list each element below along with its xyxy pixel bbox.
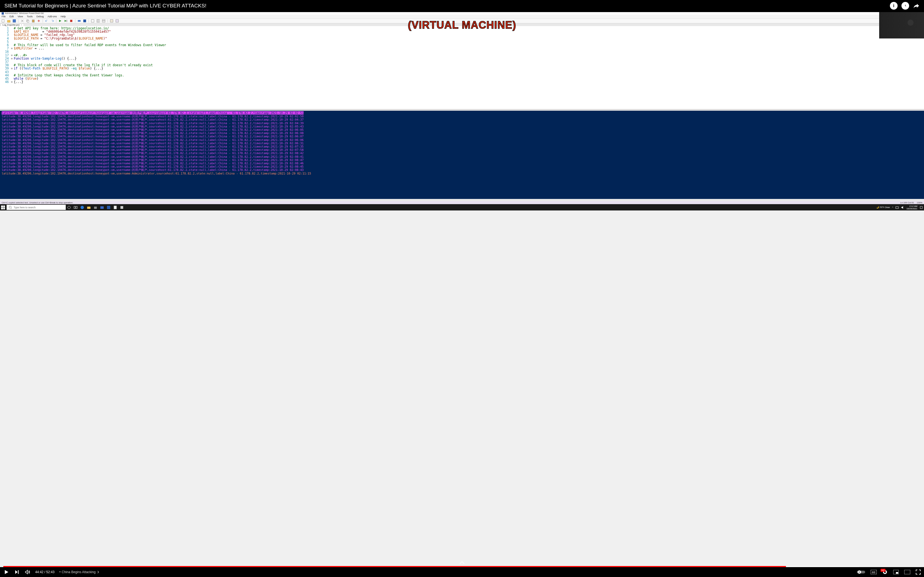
svg-rect-17 [116, 19, 118, 22]
redo-icon[interactable] [51, 19, 54, 23]
time-display: 44:42 / 52:43 [35, 570, 55, 574]
cut-icon[interactable] [21, 19, 24, 23]
caption-overlay: (VIRTUAL MACHINE) [408, 19, 516, 31]
theater-button[interactable] [904, 570, 910, 574]
toolbar-separator [56, 19, 57, 23]
tray-chevron-icon[interactable]: ^ [892, 206, 893, 208]
watch-later-button[interactable] [901, 2, 909, 10]
svg-rect-6 [32, 20, 34, 22]
app-icon[interactable] [118, 205, 125, 210]
network-icon[interactable] [895, 206, 899, 209]
edge-icon[interactable] [79, 205, 86, 210]
svg-rect-11 [91, 19, 94, 22]
menu-view[interactable]: View [18, 15, 23, 18]
show-command-addon-icon[interactable] [115, 19, 119, 23]
tab-label: Log_Exporter.ps1 [2, 24, 20, 26]
volume-icon[interactable] [901, 206, 904, 209]
start-button[interactable] [1, 206, 5, 210]
svg-rect-21 [74, 206, 75, 208]
new-remote-icon[interactable] [78, 19, 81, 23]
search-box[interactable]: Type here to search [6, 205, 66, 210]
cortana-icon[interactable] [66, 205, 72, 210]
captions-button[interactable]: CC [871, 570, 877, 574]
open-icon[interactable] [7, 19, 10, 23]
task-view-icon[interactable] [72, 205, 79, 210]
status-message: Ctrl+C copied selected text. Unselect or… [2, 201, 900, 204]
clear-icon[interactable] [37, 19, 40, 23]
undo-icon[interactable] [45, 19, 48, 23]
script-editor[interactable]: 1 2 3 4 5 6 7 16 17 24 37 38 39 43 44 45… [0, 26, 924, 110]
tab-close-icon[interactable]: × [21, 24, 22, 26]
run-icon[interactable] [58, 19, 62, 23]
show-script-max-icon[interactable] [102, 19, 105, 23]
code-body[interactable]: # Get API key from here: https://ipgeolo… [13, 26, 924, 109]
notepad-icon[interactable] [112, 205, 118, 210]
svg-rect-2 [7, 20, 10, 22]
video-title: SIEM Tutorial for Beginners | Azure Sent… [5, 3, 890, 9]
status-zoom: 130% [917, 201, 922, 204]
next-button[interactable] [14, 569, 20, 575]
show-command-icon[interactable] [110, 19, 113, 23]
progress-buffered [786, 566, 859, 567]
new-icon[interactable] [2, 19, 5, 23]
paste-icon[interactable] [32, 19, 35, 23]
notifications-icon[interactable] [919, 206, 923, 209]
svg-rect-9 [78, 20, 81, 22]
video-title-bar: SIEM Tutorial for Beginners | Azure Sent… [0, 0, 924, 11]
svg-rect-29 [120, 206, 123, 209]
svg-rect-26 [100, 206, 104, 209]
autoplay-toggle[interactable] [857, 570, 865, 574]
menu-debug[interactable]: Debug [36, 15, 44, 18]
toolbar-separator [89, 19, 89, 23]
powershell-taskbar-icon[interactable] [105, 205, 112, 210]
ise-window-titlebar: Administrator: Windows PowerShell ISE [0, 12, 924, 15]
script-tab[interactable]: Log_Exporter.ps1 × [0, 23, 24, 26]
weather-widget[interactable]: 🌙 75°F Clear [876, 206, 890, 208]
stop-icon[interactable] [69, 19, 73, 23]
svg-rect-12 [97, 19, 98, 22]
info-button[interactable]: i [890, 2, 898, 10]
progress-fill [3, 566, 786, 567]
svg-rect-31 [920, 206, 922, 208]
mail-icon[interactable] [99, 205, 105, 210]
menu-addons[interactable]: Add-ons [48, 15, 57, 18]
svg-rect-5 [27, 20, 29, 22]
menu-edit[interactable]: Edit [10, 15, 14, 18]
chapter-display[interactable]: • China Begins Attacking [60, 570, 100, 574]
copy-icon[interactable] [26, 19, 29, 23]
menu-file[interactable]: File [2, 15, 6, 18]
svg-rect-14 [102, 19, 105, 21]
settings-button[interactable]: HD [882, 569, 888, 575]
svg-rect-37 [896, 572, 898, 574]
system-tray: 🌙 75°F Clear ^ 2:12 AM 10/29/2021 [876, 205, 923, 210]
menu-help[interactable]: Help [60, 15, 66, 18]
store-icon[interactable] [92, 205, 99, 210]
chapter-toggle-icon[interactable] [459, 561, 465, 564]
powershell-icon [2, 12, 4, 15]
play-button[interactable] [3, 569, 9, 575]
start-powershell-icon[interactable] [83, 19, 86, 23]
save-icon[interactable] [13, 19, 16, 23]
svg-rect-16 [110, 19, 113, 22]
fullscreen-button[interactable] [916, 570, 921, 575]
svg-rect-38 [904, 570, 910, 574]
svg-rect-8 [70, 20, 72, 22]
run-selection-icon[interactable] [64, 19, 67, 23]
console-scrollbar[interactable] [0, 199, 924, 201]
svg-rect-10 [83, 19, 86, 22]
fold-column: ⊞⊞⊞ ⊞⊞ [10, 26, 13, 109]
svg-point-20 [68, 206, 70, 209]
share-button[interactable] [913, 2, 919, 9]
console-output[interactable]: latitude:38.49290,longitude:102.19476,de… [0, 111, 924, 199]
show-script-icon[interactable] [91, 19, 94, 23]
svg-point-23 [81, 206, 84, 209]
youtube-player: SIEM Tutorial for Beginners | Azure Sent… [0, 0, 924, 577]
explorer-icon[interactable] [86, 205, 92, 210]
clock[interactable]: 2:12 AM 10/29/2021 [906, 205, 918, 210]
presenter-webcam [879, 12, 924, 39]
progress-bar[interactable] [3, 566, 921, 567]
mute-button[interactable] [25, 569, 30, 575]
menu-tools[interactable]: Tools [27, 15, 32, 18]
miniplayer-button[interactable] [893, 570, 899, 574]
show-script-right-icon[interactable] [97, 19, 100, 23]
